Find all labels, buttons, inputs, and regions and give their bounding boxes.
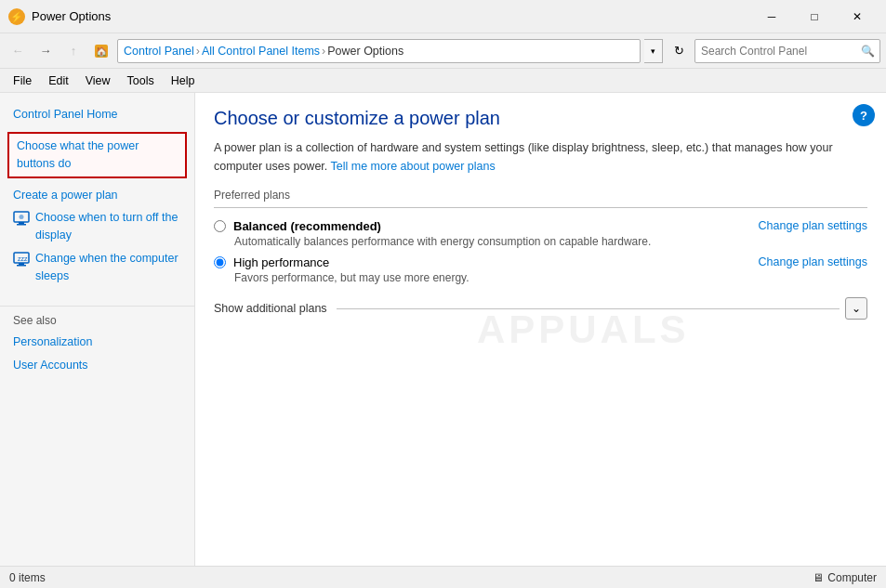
monitor-icon — [13, 210, 30, 227]
search-input[interactable] — [695, 45, 855, 58]
address-path: Control Panel › All Control Panel Items … — [117, 39, 641, 63]
page-title: Choose or customize a power plan — [214, 108, 867, 129]
see-also-label: See also — [13, 314, 181, 327]
svg-text:🏠: 🏠 — [96, 46, 108, 58]
menu-view[interactable]: View — [78, 72, 118, 90]
plan-balanced-left: Balanced (recommended) Automatically bal… — [214, 219, 651, 248]
sidebar-turn-off-display-item: Choose when to turn off the display — [0, 206, 194, 247]
sidebar-sleep-item: zzz Change when the computer sleeps — [0, 247, 194, 288]
monitor-status-icon: 🖥 — [813, 571, 824, 584]
window-controls: ─ □ ✕ — [750, 2, 879, 32]
path-sep-2: › — [322, 45, 325, 58]
sidebar-create-plan-link[interactable]: Create a power plan — [0, 184, 194, 207]
minimize-button[interactable]: ─ — [750, 2, 793, 32]
menu-help[interactable]: Help — [164, 72, 203, 90]
plan-balanced-name: Balanced (recommended) — [233, 219, 381, 233]
sidebar-user-accounts-link[interactable]: User Accounts — [0, 354, 194, 377]
window-title: Power Options — [32, 9, 750, 23]
plan-balanced-change-link[interactable]: Change plan settings — [759, 219, 867, 232]
plan-balanced-desc: Automatically balances performance with … — [234, 235, 651, 248]
path-dropdown-button[interactable]: ▾ — [644, 39, 663, 63]
plans-divider — [214, 207, 867, 208]
status-right: 🖥 Computer — [813, 571, 877, 584]
plan-high-performance-radio[interactable] — [214, 256, 226, 268]
svg-text:zzz: zzz — [18, 255, 28, 262]
app-icon: ⚡ — [7, 7, 26, 26]
up-button[interactable]: ↑ — [61, 39, 86, 63]
path-sep-1: › — [196, 45, 200, 58]
svg-rect-6 — [17, 224, 26, 226]
content-description: A power plan is a collection of hardware… — [214, 138, 846, 176]
plan-balanced-row: Balanced (recommended) Automatically bal… — [214, 219, 867, 248]
home-button[interactable]: 🏠 — [89, 39, 113, 63]
menu-bar: File Edit View Tools Help — [0, 69, 886, 93]
show-additional-button[interactable]: ⌄ — [845, 297, 867, 320]
content-area: APPUALS Choose or customize a power plan… — [195, 93, 886, 566]
additional-divider — [337, 308, 840, 309]
plan-balanced: Balanced (recommended) Automatically bal… — [214, 219, 867, 248]
svg-rect-5 — [19, 222, 24, 224]
plan-high-performance-left: High performance Favors performance, but… — [214, 255, 469, 284]
tell-me-more-link[interactable]: Tell me more about power plans — [331, 160, 496, 173]
main-container: Control Panel Home Choose what the power… — [0, 93, 886, 566]
status-items: 0 items — [9, 571, 46, 584]
plan-high-performance-radio-row: High performance — [214, 255, 469, 269]
computer-area: 🖥 Computer — [813, 571, 877, 584]
back-button[interactable]: ← — [6, 39, 30, 63]
sleep-icon: zzz — [13, 251, 30, 268]
svg-rect-10 — [17, 265, 26, 267]
close-button[interactable]: ✕ — [836, 2, 879, 32]
search-box: 🔍 — [694, 39, 880, 63]
desc-text: A power plan is a collection of hardware… — [214, 141, 833, 173]
forward-button[interactable]: → — [33, 39, 58, 63]
path-current: Power Options — [327, 45, 403, 58]
menu-tools[interactable]: Tools — [120, 72, 162, 90]
sidebar-home-link[interactable]: Control Panel Home — [0, 102, 194, 130]
see-also-section: See also — [0, 306, 194, 331]
svg-text:⚡: ⚡ — [10, 10, 23, 23]
sidebar-sleep-link[interactable]: Change when the computer sleeps — [35, 250, 181, 285]
sidebar-personalization-link[interactable]: Personalization — [0, 331, 194, 354]
sidebar-power-buttons-link[interactable]: Choose what the power buttons do — [7, 132, 187, 178]
status-bar: 0 items 🖥 Computer — [0, 566, 886, 588]
home-icon: 🏠 — [94, 44, 109, 59]
path-control-panel[interactable]: Control Panel — [124, 45, 194, 58]
computer-label: Computer — [827, 571, 877, 584]
svg-rect-9 — [19, 263, 24, 265]
menu-edit[interactable]: Edit — [41, 72, 76, 90]
sidebar-turn-off-link[interactable]: Choose when to turn off the display — [35, 209, 181, 244]
plan-high-performance-row: High performance Favors performance, but… — [214, 255, 867, 284]
plan-high-performance-change-link[interactable]: Change plan settings — [759, 255, 867, 268]
plan-high-performance-name: High performance — [233, 255, 329, 269]
search-button[interactable]: 🔍 — [855, 39, 879, 63]
refresh-button[interactable]: ↻ — [667, 39, 691, 63]
preferred-plans-label: Preferred plans — [214, 189, 867, 202]
title-bar: ⚡ Power Options ─ □ ✕ — [0, 0, 886, 33]
plan-high-performance: High performance Favors performance, but… — [214, 255, 867, 284]
plan-high-performance-desc: Favors performance, but may use more ene… — [234, 271, 469, 284]
menu-file[interactable]: File — [6, 72, 39, 90]
sidebar: Control Panel Home Choose what the power… — [0, 93, 195, 566]
path-all-items[interactable]: All Control Panel Items — [202, 45, 320, 58]
plan-balanced-radio[interactable] — [214, 220, 226, 232]
show-additional-section: Show additional plans ⌄ — [214, 297, 867, 320]
help-button[interactable]: ? — [853, 104, 875, 126]
show-additional-label: Show additional plans — [214, 302, 327, 315]
plan-balanced-radio-row: Balanced (recommended) — [214, 219, 651, 233]
address-bar: ← → ↑ 🏠 Control Panel › All Control Pane… — [0, 33, 886, 69]
maximize-button[interactable]: □ — [793, 2, 836, 32]
svg-point-7 — [20, 215, 24, 219]
